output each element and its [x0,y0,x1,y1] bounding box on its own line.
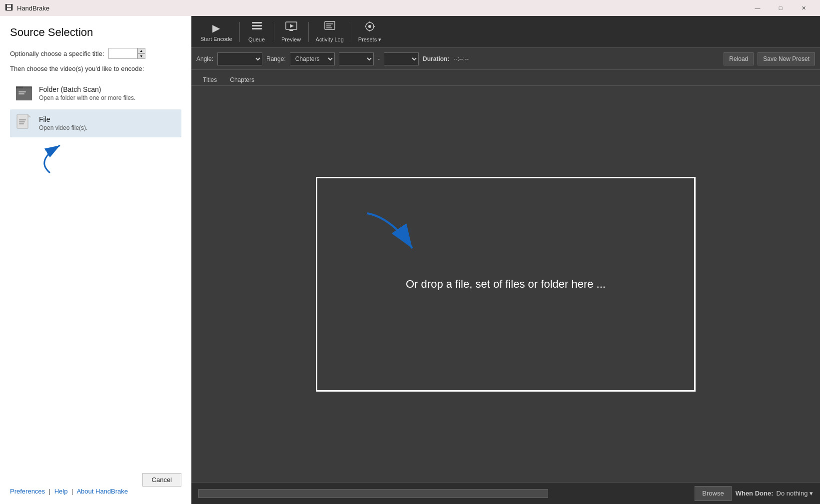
close-button[interactable]: ✕ [792,0,815,16]
folder-option-text: Folder (Batch Scan) Open a folder with o… [39,85,135,101]
browse-button[interactable]: Browse [695,486,731,501]
save-new-preset-button[interactable]: Save New Preset [758,52,815,65]
drop-zone-arrow [362,208,432,258]
toolbar-separator-4 [351,22,351,42]
toolbar: ▶ Start Encode Queue [191,16,820,48]
activity-log-label: Activity Log [316,36,344,42]
file-icon [15,113,33,133]
preferences-link[interactable]: Preferences [10,488,45,495]
svg-rect-19 [326,23,333,24]
title-spinner: ▲ ▼ [108,48,145,59]
svg-rect-4 [18,93,24,94]
status-left [198,489,695,498]
spinner-down[interactable]: ▼ [137,53,145,59]
drop-zone-text: Or drop a file, set of files or folder h… [406,278,606,291]
start-encode-icon: ▶ [212,22,220,34]
footer-links: Preferences | Help | About HandBrake [10,488,128,495]
help-link[interactable]: Help [54,488,68,495]
when-done-label: When Done: [736,490,774,497]
duration-value: --:--:-- [453,55,469,62]
folder-option-name: Folder (Batch Scan) [39,85,135,93]
source-panel-title: Source Selection [10,26,181,39]
tab-titles[interactable]: Titles [196,74,223,85]
start-encode-button[interactable]: ▶ Start Encode [195,19,237,45]
angle-select[interactable] [217,52,262,65]
content-area: Angle: Range: Chapters - Duration: --:--… [191,48,820,482]
svg-marker-16 [290,24,294,28]
svg-rect-21 [326,27,332,28]
range-select[interactable]: Chapters [290,52,335,65]
presets-label: Presets ▾ [358,36,381,43]
reload-button[interactable]: Reload [724,52,754,65]
queue-icon [251,21,263,34]
angle-label: Angle: [196,55,213,62]
svg-rect-12 [252,22,262,23]
preview-button[interactable]: Preview [276,19,306,45]
status-bar: Browse When Done: Do nothing ▾ [191,482,820,504]
svg-rect-14 [252,28,262,29]
source-selection-panel: Source Selection Optionally choose a spe… [0,16,191,504]
svg-rect-8 [19,119,26,120]
toolbar-separator-3 [308,22,309,42]
title-selection-row: Optionally choose a specific title: ▲ ▼ [10,48,181,59]
drop-zone-container: Or drop a file, set of files or folder h… [191,86,820,482]
status-right: When Done: Do nothing ▾ [736,490,813,497]
when-done-value: Do nothing ▾ [777,490,814,497]
svg-rect-9 [19,121,25,122]
queue-label: Queue [248,36,265,42]
preview-label: Preview [281,36,301,42]
minimize-button[interactable]: — [746,0,769,16]
toolbar-separator-2 [274,22,274,42]
range-start-select[interactable] [339,52,374,65]
cancel-button[interactable]: Cancel [142,473,181,487]
activity-log-button[interactable]: Activity Log [311,19,349,45]
range-end-select[interactable] [384,52,419,65]
window-controls: — □ ✕ [746,0,815,16]
presets-button[interactable]: Presets ▾ [353,19,386,45]
svg-rect-17 [289,30,293,31]
tabs-row: Titles Chapters [191,70,820,86]
spinner-up[interactable]: ▲ [137,48,145,53]
spinner-buttons: ▲ ▼ [137,48,145,59]
progress-bar [198,489,548,498]
file-option-name: File [39,115,87,123]
app-title: HandBrake [17,4,746,12]
folder-option[interactable]: Folder (Batch Scan) Open a folder with o… [10,79,181,107]
file-option[interactable]: File Open video file(s). [10,109,181,137]
range-label: Range: [266,55,286,62]
file-option-desc: Open video file(s). [39,124,87,131]
svg-marker-7 [28,114,31,117]
queue-button[interactable]: Queue [242,19,272,45]
folder-icon [15,83,33,103]
drop-zone[interactable]: Or drop a file, set of files or folder h… [316,177,696,392]
svg-rect-3 [18,91,26,92]
title-selection-label: Optionally choose a specific title: [10,50,104,57]
duration-label: Duration: [423,55,449,62]
main-layout: Source Selection Optionally choose a spe… [0,16,820,504]
file-option-text: File Open video file(s). [39,115,87,131]
handbrake-panel: ▶ Start Encode Queue [191,16,820,504]
footer-sep-2: | [71,488,73,495]
svg-rect-10 [19,123,24,124]
maximize-button[interactable]: □ [769,0,792,16]
arrow-annotation-left [10,140,181,175]
footer-sep-1: | [49,488,50,495]
activity-log-icon [324,21,336,34]
encode-label: Then choose the video(s) you'd like to e… [10,65,181,72]
titlebar: 🎞 HandBrake — □ ✕ [0,0,820,16]
title-input[interactable] [108,48,137,59]
svg-rect-13 [252,25,262,26]
start-encode-label: Start Encode [200,36,232,42]
app-icon: 🎞 [5,3,14,12]
about-link[interactable]: About HandBrake [76,488,128,495]
folder-option-desc: Open a folder with one or more files. [39,94,135,101]
presets-icon [364,21,376,34]
toolbar-separator-1 [239,22,240,42]
svg-point-23 [368,25,371,28]
controls-row: Angle: Range: Chapters - Duration: --:--… [191,48,820,70]
tab-chapters[interactable]: Chapters [223,74,261,85]
preview-icon [285,21,297,34]
svg-rect-20 [326,25,331,26]
range-dash: - [378,55,380,62]
